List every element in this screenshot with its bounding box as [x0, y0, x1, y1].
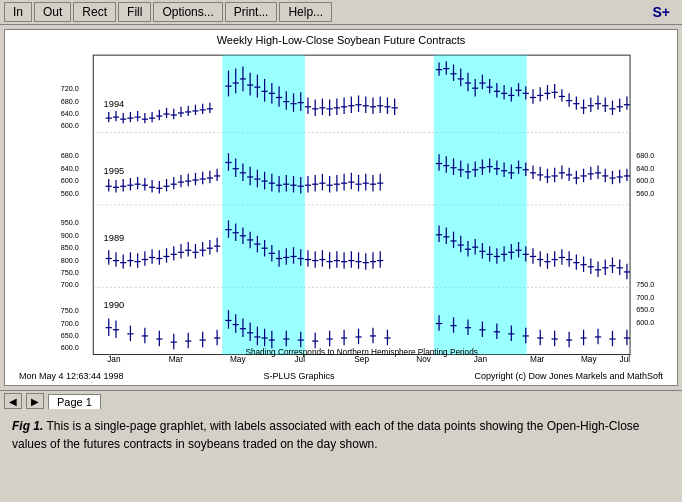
svg-text:560.0: 560.0 — [636, 189, 654, 198]
svg-text:560.0: 560.0 — [61, 189, 79, 198]
svg-text:600.0: 600.0 — [61, 121, 79, 130]
svg-text:640.0: 640.0 — [61, 164, 79, 173]
svg-rect-37 — [434, 133, 527, 205]
svg-rect-38 — [222, 205, 305, 288]
svg-rect-40 — [222, 287, 305, 354]
svg-text:750.0: 750.0 — [61, 268, 79, 277]
svg-text:600.0: 600.0 — [636, 176, 654, 185]
chart-area: 1994 1995 1989 1990 720.0 680.0 640.0 60… — [9, 50, 673, 370]
main-area: Weekly High-Low-Close Soybean Future Con… — [0, 25, 682, 390]
svg-text:Jul: Jul — [620, 355, 631, 364]
svg-rect-39 — [434, 205, 527, 288]
chart-svg: 1994 1995 1989 1990 720.0 680.0 640.0 60… — [9, 50, 673, 370]
svg-text:May: May — [230, 355, 246, 364]
svg-text:600.0: 600.0 — [636, 318, 654, 327]
svg-text:1989: 1989 — [104, 233, 125, 243]
svg-text:Mar: Mar — [169, 355, 183, 364]
svg-text:May: May — [581, 355, 597, 364]
bottom-bar: ◀ ▶ Page 1 — [0, 390, 682, 411]
svg-text:Mar: Mar — [530, 355, 544, 364]
next-page-button[interactable]: ▶ — [26, 393, 44, 409]
svg-rect-41 — [434, 287, 527, 354]
svg-text:640.0: 640.0 — [61, 109, 79, 118]
svg-text:950.0: 950.0 — [61, 218, 79, 227]
chart-footer: Mon May 4 12:63:44 1998 S-PLUS Graphics … — [9, 371, 673, 381]
svg-rect-34 — [222, 55, 305, 132]
svg-text:Shading Corresponds to Norther: Shading Corresponds to Northern Hemisphe… — [245, 348, 478, 357]
svg-text:680.0: 680.0 — [636, 151, 654, 160]
page-tab[interactable]: Page 1 — [48, 394, 101, 409]
svg-text:700.0: 700.0 — [636, 293, 654, 302]
toolbar: In Out Rect Fill Options... Print... Hel… — [0, 0, 682, 25]
graph-title: Weekly High-Low-Close Soybean Future Con… — [9, 34, 673, 46]
footer-left: Mon May 4 12:63:44 1998 — [19, 371, 124, 381]
svg-text:600.0: 600.0 — [61, 343, 79, 352]
svg-text:1995: 1995 — [104, 166, 125, 176]
svg-text:1994: 1994 — [104, 99, 125, 109]
svg-text:600.0: 600.0 — [61, 176, 79, 185]
out-button[interactable]: Out — [34, 2, 71, 22]
figure-caption: Fig 1. This is a single-page graphlet, w… — [0, 411, 682, 461]
svg-text:750.0: 750.0 — [636, 280, 654, 289]
svg-text:850.0: 850.0 — [61, 243, 79, 252]
help-button[interactable]: Help... — [279, 2, 332, 22]
svg-text:680.0: 680.0 — [61, 151, 79, 160]
graph-panel: Weekly High-Low-Close Soybean Future Con… — [4, 29, 678, 386]
svg-text:700.0: 700.0 — [61, 319, 79, 328]
svg-text:Jan: Jan — [107, 355, 121, 364]
footer-center: S-PLUS Graphics — [263, 371, 334, 381]
rect-button[interactable]: Rect — [73, 2, 116, 22]
svg-text:720.0: 720.0 — [61, 84, 79, 93]
svg-text:640.0: 640.0 — [636, 164, 654, 173]
svg-text:680.0: 680.0 — [61, 97, 79, 106]
fill-button[interactable]: Fill — [118, 2, 151, 22]
svg-text:650.0: 650.0 — [636, 305, 654, 314]
footer-right: Copyright (c) Dow Jones Markels and Math… — [474, 371, 663, 381]
options-button[interactable]: Options... — [153, 2, 222, 22]
caption-text: This is a single-page graphlet, with lab… — [12, 419, 639, 451]
svg-text:700.0: 700.0 — [61, 280, 79, 289]
svg-text:1990: 1990 — [104, 300, 125, 310]
svg-text:750.0: 750.0 — [61, 306, 79, 315]
prev-page-button[interactable]: ◀ — [4, 393, 22, 409]
in-button[interactable]: In — [4, 2, 32, 22]
fig-label: Fig 1. — [12, 419, 43, 433]
svg-text:800.0: 800.0 — [61, 256, 79, 265]
splus-logo: S+ — [652, 4, 678, 20]
svg-text:900.0: 900.0 — [61, 231, 79, 240]
svg-text:650.0: 650.0 — [61, 331, 79, 340]
svg-rect-35 — [434, 55, 527, 132]
print-button[interactable]: Print... — [225, 2, 278, 22]
